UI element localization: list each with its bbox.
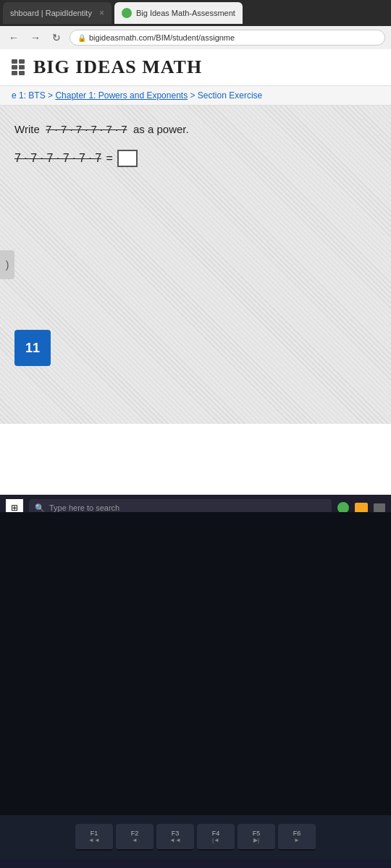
keyboard: F1 ◄◄ F2 ◄ F3 ◄◄ F4 |◄ F5 ▶| F6 ► [0,815,391,859]
tab-inactive-label: shboard | RapidIdentity [10,9,92,17]
grid-cell-2 [19,59,25,64]
tab-active-label: Big Ideas Math-Assessment [136,9,235,17]
f5-label: F5 [243,830,269,837]
answer-input-box[interactable] [117,150,138,167]
dark-background: F1 ◄◄ F2 ◄ F3 ◄◄ F4 |◄ F5 ▶| F6 ► [0,512,391,859]
equals-sign: = [103,152,113,165]
side-arrow-icon: ) [6,259,9,271]
f6-arrow: ► [284,837,310,843]
key-f2[interactable]: F2 ◄ [116,824,154,851]
f6-label: F6 [284,830,310,837]
question-number-badge: 11 [14,330,51,366]
tab-bar: shboard | RapidIdentity × Big Ideas Math… [0,0,391,26]
site-title: BIG IDEAS MATH [33,56,202,78]
f3-label: F3 [162,830,188,837]
f5-arrow: ▶| [243,837,269,843]
lock-icon: 🔒 [77,34,86,42]
tab-favicon [122,8,132,18]
question-text: Write 7 · 7 · 7 · 7 · 7 · 7 as a power. [14,123,377,135]
grid-menu-icon[interactable] [12,59,25,75]
key-f4[interactable]: F4 |◄ [197,824,235,851]
browser-chrome: shboard | RapidIdentity × Big Ideas Math… [0,0,391,49]
tab-close-button[interactable]: × [99,8,104,18]
math-expr-text: 7 · 7 · 7 · 7 · 7 · 7 [14,152,101,165]
key-f3[interactable]: F3 ◄◄ [156,824,194,851]
question-math-display: 7 · 7 · 7 · 7 · 7 · 7 [46,123,127,135]
f1-arrow: ◄◄ [81,837,107,843]
grid-cell-5 [12,71,17,75]
grid-cell-4 [19,65,25,69]
exercise-area: ) Write 7 · 7 · 7 · 7 · 7 · 7 as a power… [0,106,391,424]
breadcrumb-sep: > [188,90,198,101]
forward-button[interactable]: → [28,30,43,45]
tab-active[interactable]: Big Ideas Math-Assessment [114,2,243,24]
side-arrow-button[interactable]: ) [0,250,14,279]
f2-arrow: ◄ [122,837,148,843]
taskbar-monitor-icon[interactable] [374,503,385,512]
breadcrumb-chapter[interactable]: Chapter 1: Powers and Exponents [55,90,188,101]
address-bar-row: ← → ↻ 🔒 bigideasmath.com/BIM/student/ass… [0,26,391,49]
breadcrumb-prefix: e 1: BTS > [12,90,55,101]
f1-label: F1 [81,830,107,837]
f3-arrow: ◄◄ [162,837,188,843]
grid-cell-1 [12,59,17,64]
key-f1[interactable]: F1 ◄◄ [75,824,113,851]
address-input[interactable]: 🔒 bigideasmath.com/BIM/student/assignme [70,30,385,46]
url-text: bigideasmath.com/BIM/student/assignme [89,33,235,42]
refresh-button[interactable]: ↻ [49,30,64,45]
keyboard-fn-row: F1 ◄◄ F2 ◄ F3 ◄◄ F4 |◄ F5 ▶| F6 ► [3,824,388,851]
key-f5[interactable]: F5 ▶| [237,824,275,851]
back-button[interactable]: ← [6,30,22,45]
grid-cell-6 [19,71,25,75]
windows-icon: ⊞ [11,503,18,513]
breadcrumb: e 1: BTS > Chapter 1: Powers and Exponen… [0,86,391,106]
search-icon: 🔍 [35,503,45,513]
breadcrumb-section: Section Exercise [198,90,262,101]
taskbar-folder-icon[interactable] [355,503,368,513]
key-f6[interactable]: F6 ► [278,824,316,851]
tab-inactive[interactable]: shboard | RapidIdentity × [3,2,112,24]
search-placeholder-text: Type here to search [49,503,119,512]
f4-arrow: |◄ [203,837,229,843]
grid-cell-3 [12,65,17,69]
f4-label: F4 [203,830,229,837]
question-number: 11 [25,341,40,356]
site-header: BIG IDEAS MATH [0,49,391,86]
page-content: BIG IDEAS MATH e 1: BTS > Chapter 1: Pow… [0,49,391,512]
f2-label: F2 [122,830,148,837]
math-expression-row: 7 · 7 · 7 · 7 · 7 · 7 = [14,150,377,167]
